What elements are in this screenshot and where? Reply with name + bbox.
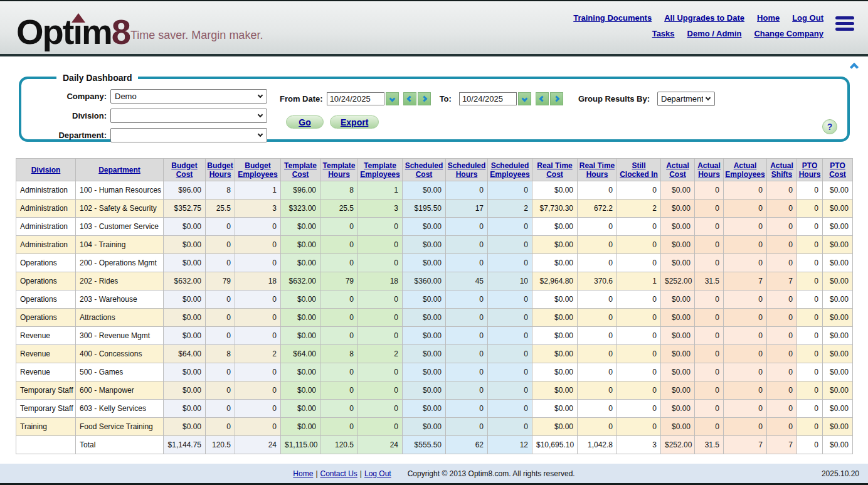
sort-link-scheduled_employees[interactable]: Scheduled Employees (490, 161, 529, 179)
table-cell-scheduled_hours: 0 (446, 381, 488, 400)
table-cell-real_time_hours: 370.6 (578, 272, 617, 290)
nav-link-training-documents[interactable]: Training Documents (573, 13, 652, 23)
table-cell-actual_hours: 0 (695, 290, 724, 309)
sort-link-division[interactable]: Division (31, 166, 61, 174)
export-button[interactable]: Export (330, 115, 379, 129)
table-header-row: DivisionDepartmentBudget CostBudget Hour… (16, 159, 853, 181)
nav-link-tasks[interactable]: Tasks (652, 29, 675, 38)
help-button[interactable]: ? (822, 119, 837, 134)
to-date-next-button[interactable] (550, 92, 563, 105)
table-cell-pto_hours: 0 (797, 345, 823, 363)
sort-link-template_employees[interactable]: Template Employees (360, 161, 400, 179)
table-cell-division: Revenue (16, 363, 76, 381)
table-cell-scheduled_employees: 0 (488, 418, 532, 436)
collapse-panel-icon[interactable] (851, 61, 862, 69)
table-cell-template_hours: 0 (320, 309, 358, 327)
table-cell-pto_cost: $0.00 (823, 200, 853, 218)
table-cell-actual_employees: 7 (724, 436, 767, 454)
go-button[interactable]: Go (286, 115, 324, 129)
table-cell-pto_cost: $0.00 (823, 381, 853, 400)
nav-link-all-upgrades-to-date[interactable]: All Upgrades to Date (664, 13, 744, 23)
nav-link-log-out[interactable]: Log Out (792, 13, 823, 23)
from-date-input[interactable] (327, 92, 384, 105)
to-date-calendar-button[interactable] (518, 92, 531, 105)
sort-link-actual_cost[interactable]: Actual Cost (666, 161, 689, 179)
sort-link-actual_shifts[interactable]: Actual Shifts (770, 161, 793, 179)
table-cell-budget_employees: 0 (235, 418, 281, 436)
column-header-budget_employees: Budget Employees (235, 159, 281, 181)
table-cell-actual_cost: $0.00 (661, 381, 695, 400)
sort-link-template_hours[interactable]: Template Hours (323, 161, 356, 179)
sort-link-pto_cost[interactable]: PTO Cost (829, 161, 846, 179)
table-cell-scheduled_employees: 0 (488, 218, 532, 236)
sort-link-real_time_hours[interactable]: Real Time Hours (580, 161, 615, 179)
from-date-prev-button[interactable] (403, 92, 416, 105)
table-cell-pto_hours: 0 (797, 272, 823, 290)
group-by-select[interactable]: Department (657, 92, 715, 106)
table-cell-scheduled_cost: $555.50 (403, 436, 446, 454)
hamburger-menu-icon[interactable] (835, 16, 854, 33)
panel-title: Daily Dashboard (56, 73, 138, 83)
table-cell-real_time_cost: $2,964.80 (532, 272, 578, 290)
department-select[interactable] (110, 128, 267, 142)
table-cell-actual_employees: 0 (724, 363, 767, 381)
table-cell-still_clocked_in: 0 (617, 345, 661, 363)
table-cell-budget_employees: 24 (235, 436, 281, 454)
sort-link-actual_hours[interactable]: Actual Hours (697, 161, 721, 179)
table-cell-template_hours: 0 (320, 400, 358, 418)
to-date-input[interactable] (459, 92, 517, 105)
table-cell-scheduled_cost: $360.00 (403, 272, 446, 290)
table-cell-actual_employees: 0 (724, 218, 767, 236)
nav-link-demo-admin[interactable]: Demo / Admin (687, 29, 742, 38)
sort-link-department[interactable]: Department (98, 166, 140, 174)
sort-link-actual_employees[interactable]: Actual Employees (725, 161, 765, 179)
logo-triangle-icon (71, 13, 85, 23)
table-cell-actual_employees: 0 (724, 236, 767, 254)
table-cell-pto_cost: $0.00 (823, 254, 853, 272)
table-cell-actual_shifts: 0 (767, 309, 797, 327)
sort-link-budget_hours[interactable]: Budget Hours (207, 161, 233, 179)
footer-link-contact-us[interactable]: Contact Us (320, 469, 357, 478)
nav-link-change-company[interactable]: Change Company (754, 29, 823, 38)
sort-link-template_cost[interactable]: Template Cost (284, 161, 317, 179)
table-cell-pto_hours: 0 (797, 236, 823, 254)
table-cell-template_hours: 0 (320, 363, 358, 381)
table-cell-scheduled_hours: 0 (446, 236, 488, 254)
table-cell-department: 200 - Operations Mgmt (76, 254, 164, 272)
sort-link-still_clocked_in[interactable]: Still Clocked In (620, 161, 658, 179)
table-row: Administration104 - Training$0.0000$0.00… (16, 236, 853, 254)
sort-link-budget_cost[interactable]: Budget Cost (171, 161, 197, 179)
sort-link-pto_hours[interactable]: PTO Hours (799, 161, 821, 179)
table-cell-actual_shifts: 0 (767, 381, 797, 400)
table-cell-actual_employees: 0 (724, 345, 767, 363)
footer-link-home[interactable]: Home (293, 469, 313, 478)
table-cell-budget_cost: $64.00 (164, 345, 206, 363)
table-cell-template_cost: $0.00 (281, 236, 320, 254)
table-cell-still_clocked_in: 0 (617, 327, 661, 345)
sort-link-real_time_cost[interactable]: Real Time Cost (537, 161, 572, 179)
table-cell-scheduled_cost: $0.00 (403, 309, 446, 327)
from-date-next-button[interactable] (418, 92, 431, 105)
table-cell-actual_hours: 0 (695, 309, 724, 327)
table-cell-pto_hours: 0 (797, 200, 823, 218)
table-cell-budget_hours: 0 (206, 309, 235, 327)
nav-link-home[interactable]: Home (757, 13, 780, 23)
table-cell-actual_shifts: 7 (767, 272, 797, 290)
action-buttons: Go Export (286, 115, 385, 129)
table-cell-scheduled_employees: 0 (488, 236, 532, 254)
table-cell-budget_employees: 18 (235, 272, 281, 290)
table-cell-real_time_cost: $0.00 (532, 218, 578, 236)
from-date-calendar-button[interactable] (386, 92, 399, 105)
table-row: TrainingFood Service Training$0.0000$0.0… (16, 418, 853, 436)
company-select[interactable]: Demo (110, 89, 267, 104)
sort-link-scheduled_hours[interactable]: Scheduled Hours (448, 161, 486, 179)
table-cell-template_cost: $0.00 (281, 327, 320, 345)
to-date-prev-button[interactable] (536, 92, 549, 105)
table-cell-still_clocked_in: 0 (617, 309, 661, 327)
table-cell-real_time_cost: $0.00 (532, 363, 578, 381)
sort-link-budget_employees[interactable]: Budget Employees (238, 161, 277, 179)
footer-link-log-out[interactable]: Log Out (364, 469, 391, 478)
sort-link-scheduled_cost[interactable]: Scheduled Cost (405, 161, 443, 179)
division-select[interactable] (110, 109, 267, 123)
table-cell-template_hours: 0 (320, 290, 358, 309)
